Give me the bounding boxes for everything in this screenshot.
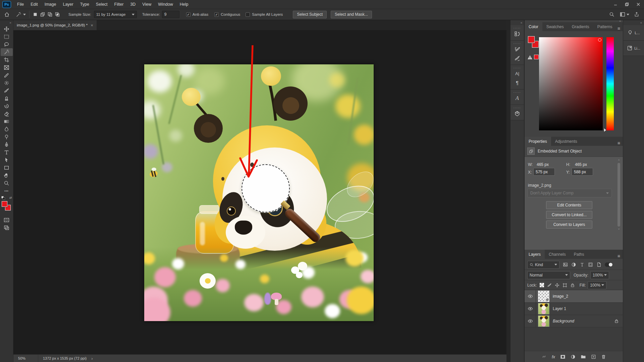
- lock-all-icon[interactable]: [570, 283, 575, 288]
- layer-name[interactable]: Layer 1: [553, 306, 566, 311]
- foreground-background-colors[interactable]: ⇄: [1, 196, 13, 214]
- path-select-tool-icon[interactable]: [1, 156, 13, 164]
- share-icon[interactable]: [634, 12, 639, 17]
- zoom-tool-icon[interactable]: [1, 179, 13, 187]
- layer-row-layer-1[interactable]: Layer 1: [525, 303, 623, 315]
- new-layer-icon[interactable]: [591, 354, 596, 359]
- new-group-icon[interactable]: [581, 354, 586, 359]
- color-field[interactable]: [539, 37, 603, 130]
- spot-healing-tool-icon[interactable]: [1, 79, 13, 87]
- menu-layer[interactable]: Layer: [59, 0, 76, 9]
- brush-settings-panel-icon[interactable]: [512, 45, 523, 54]
- home-icon[interactable]: [4, 12, 10, 17]
- edit-contents-button[interactable]: Edit Contents: [546, 201, 592, 209]
- eraser-tool-icon[interactable]: [1, 110, 13, 118]
- filter-type-icon[interactable]: [580, 262, 585, 267]
- quick-mask-icon[interactable]: [1, 216, 13, 224]
- new-adjustment-layer-icon[interactable]: [571, 354, 576, 359]
- libraries-panel-button[interactable]: Li...: [623, 41, 644, 56]
- opacity-input[interactable]: 100%: [590, 271, 609, 279]
- contiguous-checkbox[interactable]: ✓Contiguous: [214, 12, 240, 17]
- learn-panel-button[interactable]: L...: [623, 25, 644, 41]
- glyphs-panel-icon[interactable]: A: [512, 94, 523, 103]
- brush-tool-icon[interactable]: [1, 87, 13, 95]
- minimize-icon[interactable]: [610, 0, 621, 9]
- frame-tool-icon[interactable]: [1, 64, 13, 71]
- layer-lock-icon[interactable]: [614, 319, 619, 323]
- layer-name[interactable]: image_2: [553, 294, 568, 299]
- tab-color[interactable]: Color: [525, 22, 542, 31]
- crop-tool-icon[interactable]: [1, 56, 13, 64]
- convert-to-linked-button[interactable]: Convert to Linked...: [546, 211, 592, 219]
- menu-filter[interactable]: Filter: [111, 0, 127, 9]
- selection-new-icon[interactable]: [33, 12, 38, 17]
- tab-layers[interactable]: Layers: [525, 250, 545, 259]
- tool-preset-magic-wand[interactable]: [16, 12, 26, 17]
- close-window-icon[interactable]: [633, 0, 644, 9]
- layer-thumbnail[interactable]: [538, 303, 549, 314]
- layer-effects-icon[interactable]: fx: [552, 354, 555, 359]
- menu-image[interactable]: Image: [41, 0, 60, 9]
- pen-tool-icon[interactable]: [1, 141, 13, 148]
- layer-thumbnail[interactable]: [538, 315, 549, 327]
- swap-colors-icon[interactable]: ⇄: [9, 196, 12, 199]
- selection-subtract-icon[interactable]: [48, 12, 52, 17]
- photoshop-logo[interactable]: Ps: [2, 1, 11, 8]
- tab-gradients[interactable]: Gradients: [568, 22, 593, 31]
- tab-channels[interactable]: Channels: [545, 250, 570, 259]
- menu-type[interactable]: Type: [77, 0, 93, 9]
- brushes-panel-icon[interactable]: [512, 54, 523, 63]
- layer-row-background[interactable]: Background: [525, 315, 623, 327]
- properties-panel-menu-icon[interactable]: ≡: [618, 140, 620, 146]
- layer-comp-dropdown[interactable]: Don't Apply Layer Comp: [527, 189, 612, 197]
- hue-slider-marker[interactable]: [604, 128, 606, 132]
- magic-wand-tool-icon[interactable]: [1, 48, 13, 56]
- paragraph-panel-icon[interactable]: ¶: [512, 78, 523, 87]
- lock-artboard-icon[interactable]: [562, 283, 567, 288]
- fill-input[interactable]: 100%: [588, 281, 606, 289]
- visibility-eye-icon[interactable]: [525, 303, 536, 315]
- screen-mode-icon[interactable]: [1, 224, 13, 232]
- character-panel-icon[interactable]: A|: [512, 69, 523, 78]
- zoom-level[interactable]: 50%: [13, 355, 38, 362]
- menu-file[interactable]: File: [14, 0, 27, 9]
- tab-properties[interactable]: Properties: [525, 137, 551, 146]
- document-tab[interactable]: image_1.png @ 50% (image_2, RGB/8) * ×: [13, 20, 97, 30]
- link-layers-icon[interactable]: [541, 354, 547, 359]
- delete-layer-icon[interactable]: [601, 354, 606, 359]
- hue-slider[interactable]: [606, 37, 614, 130]
- color-panel-menu-icon[interactable]: ≡: [618, 26, 620, 31]
- lasso-tool-icon[interactable]: [1, 41, 13, 48]
- dodge-tool-icon[interactable]: [1, 133, 13, 141]
- visibility-eye-icon[interactable]: [525, 315, 536, 327]
- menu-view[interactable]: View: [139, 0, 155, 9]
- menu-edit[interactable]: Edit: [27, 0, 41, 9]
- type-tool-icon[interactable]: [1, 148, 13, 156]
- clone-stamp-tool-icon[interactable]: [1, 95, 13, 102]
- restore-icon[interactable]: [621, 0, 633, 9]
- gradient-tool-icon[interactable]: [1, 118, 13, 125]
- eyedropper-tool-icon[interactable]: [1, 71, 13, 79]
- menu-select[interactable]: Select: [93, 0, 111, 9]
- tolerance-input[interactable]: 9: [162, 11, 179, 18]
- x-input[interactable]: 575 px: [533, 168, 555, 176]
- rectangle-tool-icon[interactable]: [1, 164, 13, 172]
- menu-window[interactable]: Window: [155, 0, 176, 9]
- close-tab-icon[interactable]: ×: [91, 23, 93, 28]
- marquee-tool-icon[interactable]: [1, 33, 13, 41]
- selection-intersect-icon[interactable]: [55, 12, 60, 17]
- hand-tool-icon[interactable]: [1, 172, 13, 179]
- layer-thumbnail[interactable]: [538, 291, 549, 302]
- workspace-icon[interactable]: [620, 12, 629, 17]
- tab-swatches[interactable]: Swatches: [542, 22, 568, 31]
- filter-toggle[interactable]: [605, 262, 613, 267]
- anti-alias-checkbox[interactable]: ✓Anti-alias: [186, 12, 208, 17]
- filter-shape-icon[interactable]: [588, 262, 593, 267]
- select-and-mask-button[interactable]: Select and Mask...: [331, 11, 372, 18]
- blur-tool-icon[interactable]: [1, 125, 13, 133]
- tab-adjustments[interactable]: Adjustments: [551, 137, 581, 146]
- filter-adjustment-icon[interactable]: [571, 262, 576, 267]
- convert-to-layers-button[interactable]: Convert to Layers: [546, 221, 592, 229]
- filter-image-icon[interactable]: [563, 262, 568, 267]
- lock-pixels-icon[interactable]: [547, 283, 552, 288]
